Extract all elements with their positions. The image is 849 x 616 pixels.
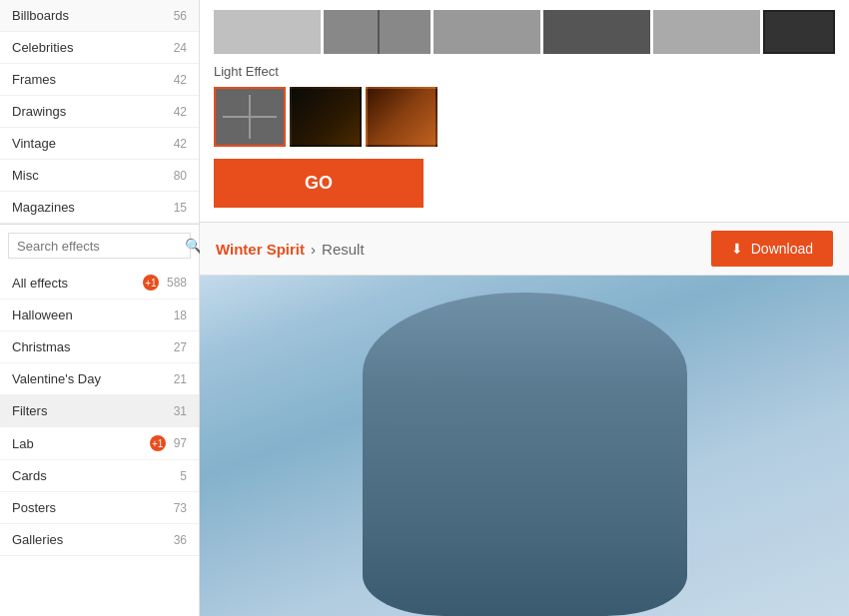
- sidebar-item-count: 21: [174, 372, 187, 386]
- breadcrumb-current: Result: [322, 241, 365, 258]
- sidebar-item-billboards[interactable]: Billboards 56: [0, 0, 199, 32]
- thumb-5[interactable]: [653, 10, 760, 54]
- sidebar-item-label: Cards: [12, 468, 47, 483]
- breadcrumb-link[interactable]: Winter Spirit: [216, 241, 305, 258]
- sidebar-item-count: 5: [180, 469, 187, 483]
- sidebar-item-count: 31: [174, 404, 187, 418]
- sidebar-item-christmas[interactable]: Christmas 27: [0, 331, 199, 363]
- sidebar-item-cards[interactable]: Cards 5: [0, 460, 199, 492]
- sidebar-item-count: 42: [174, 137, 187, 151]
- sidebar-item-count: 24: [174, 41, 187, 55]
- sidebar-item-count: 588: [167, 276, 187, 290]
- sidebar-item-count: 18: [174, 308, 187, 322]
- sidebar-item-count: 27: [174, 340, 187, 354]
- sidebar-item-label: Valentine's Day: [12, 371, 101, 386]
- sidebar-item-posters[interactable]: Posters 73: [0, 492, 199, 524]
- thumb-3[interactable]: [433, 10, 540, 54]
- thumb-4[interactable]: [543, 10, 650, 54]
- sidebar-item-count: 42: [174, 105, 187, 119]
- light-thumb-none[interactable]: [214, 87, 286, 147]
- download-icon: ⬇: [731, 241, 743, 257]
- sidebar-item-label: Magazines: [12, 200, 75, 215]
- sidebar-item-label: Billboards: [12, 8, 69, 23]
- result-image-area: [200, 276, 849, 616]
- sidebar-item-label: Frames: [12, 72, 56, 87]
- light-thumb-warm[interactable]: [366, 87, 437, 147]
- sidebar-item-all-effects[interactable]: All effects +1 588: [0, 267, 199, 300]
- sidebar-item-frames[interactable]: Frames 42: [0, 64, 199, 96]
- sidebar-right: +1 588: [143, 275, 187, 291]
- sidebar-item-count: 15: [174, 201, 187, 215]
- sidebar-item-valentines[interactable]: Valentine's Day 21: [0, 363, 199, 395]
- sidebar-item-magazines[interactable]: Magazines 15: [0, 192, 199, 224]
- result-main: Winter Spirit › Result ⬇ Download: [200, 223, 849, 616]
- thumb-6[interactable]: [763, 10, 835, 54]
- thumbnail-row: [214, 10, 835, 54]
- sidebar-item-lab[interactable]: Lab +1 97: [0, 427, 199, 460]
- sidebar-item-count: 42: [174, 73, 187, 87]
- sidebar-item-label: Filters: [12, 403, 47, 418]
- sidebar-item-drawings[interactable]: Drawings 42: [0, 96, 199, 128]
- thumb-2[interactable]: [324, 10, 430, 54]
- light-effect-label: Light Effect: [214, 64, 835, 79]
- top-controls: Light Effect GO: [200, 0, 849, 223]
- search-bar[interactable]: 🔍: [8, 233, 191, 259]
- search-input[interactable]: [17, 239, 185, 254]
- sidebar-item-count: 56: [174, 9, 187, 23]
- sidebar-item-halloween[interactable]: Halloween 18: [0, 300, 199, 331]
- sidebar-item-filters[interactable]: Filters 31: [0, 395, 199, 427]
- sidebar-right: +1 97: [150, 435, 187, 451]
- thumb-1[interactable]: [214, 10, 321, 54]
- result-photo: [200, 276, 849, 616]
- sidebar-item-label: Christmas: [12, 339, 71, 354]
- sidebar-item-count: 73: [174, 501, 187, 515]
- download-bar: Winter Spirit › Result ⬇ Download: [200, 223, 849, 276]
- sidebar-item-label: Posters: [12, 500, 56, 515]
- sidebar-item-count: 97: [174, 436, 187, 450]
- sidebar-item-label: All effects: [12, 276, 68, 291]
- go-button[interactable]: GO: [214, 159, 424, 208]
- badge-lab: +1: [150, 435, 166, 451]
- breadcrumb: Winter Spirit › Result: [216, 241, 365, 258]
- sidebar-item-label: Drawings: [12, 104, 66, 119]
- sidebar-item-galleries[interactable]: Galleries 36: [0, 524, 199, 556]
- download-label: Download: [751, 241, 813, 257]
- download-button[interactable]: ⬇ Download: [711, 231, 833, 267]
- sidebar-item-label: Halloween: [12, 308, 73, 322]
- sidebar-item-label: Vintage: [12, 136, 56, 151]
- bottom-area: Winter Spirit › Result ⬇ Download: [200, 223, 849, 616]
- sidebar-item-label: Lab: [12, 436, 34, 451]
- sidebar-item-celebrities[interactable]: Celebrities 24: [0, 32, 199, 64]
- light-thumb-glow[interactable]: [290, 87, 362, 147]
- sidebar-item-vintage[interactable]: Vintage 42: [0, 128, 199, 160]
- sidebar-item-count: 36: [174, 533, 187, 547]
- light-effect-row: [214, 87, 835, 147]
- sidebar-item-label: Galleries: [12, 532, 63, 547]
- sidebar-item-label: Celebrities: [12, 40, 73, 55]
- breadcrumb-separator: ›: [311, 241, 316, 258]
- sidebar-item-misc[interactable]: Misc 80: [0, 160, 199, 192]
- sidebar-item-label: Misc: [12, 168, 39, 183]
- badge-all-effects: +1: [143, 275, 159, 291]
- sidebar-item-count: 80: [174, 169, 187, 183]
